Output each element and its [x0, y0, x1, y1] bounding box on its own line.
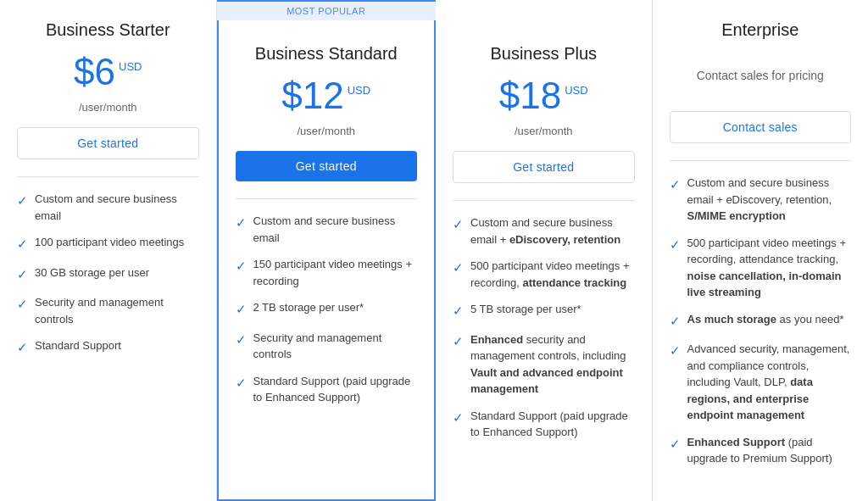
feature-item: ✓ Custom and secure business email: [17, 191, 199, 224]
check-icon: ✓: [453, 302, 464, 321]
cta-button-plus[interactable]: Get started: [453, 151, 635, 183]
feature-text: 500 participant video meetings + recordi…: [687, 235, 852, 301]
price-row-plus: $18 USD: [453, 77, 635, 121]
price-amount-standard: $12: [281, 77, 343, 114]
feature-item: ✓ Standard Support: [17, 337, 199, 358]
feature-text: 500 participant video meetings + recordi…: [470, 258, 635, 291]
plan-name-starter: Business Starter: [17, 20, 199, 40]
feature-text: Advanced security, management, and compl…: [687, 341, 852, 424]
most-popular-banner: MOST POPULAR: [217, 0, 437, 20]
check-icon: ✓: [236, 300, 247, 320]
feature-item: ✓ Enhanced Support (paid upgrade to Prem…: [670, 434, 852, 467]
price-amount-plus: $18: [499, 77, 561, 114]
check-icon: ✓: [17, 235, 28, 254]
feature-item: ✓ 500 participant video meetings + recor…: [670, 235, 852, 301]
feature-item: ✓ 5 TB storage per user*: [453, 301, 635, 321]
feature-text: Custom and secure business email: [253, 213, 418, 246]
check-icon: ✓: [236, 331, 247, 350]
feature-item: ✓ Security and management controls: [17, 294, 199, 327]
price-amount-starter: $6: [74, 53, 115, 91]
price-currency-plus: USD: [565, 84, 587, 97]
feature-text: 5 TB storage per user*: [470, 301, 581, 318]
plan-name-standard: Business Standard: [236, 44, 418, 64]
check-icon: ✓: [453, 409, 464, 428]
cta-button-standard[interactable]: Get started: [236, 151, 418, 181]
feature-text: 30 GB storage per user: [35, 264, 149, 281]
feature-item: ✓ 30 GB storage per user: [17, 264, 199, 285]
check-icon: ✓: [670, 435, 681, 454]
plan-col-starter: Business Starter $6 USD /user/monthGet s…: [0, 0, 217, 501]
divider-plus: [453, 200, 635, 201]
feature-text: Security and management controls: [35, 294, 199, 327]
price-row-standard: $12 USD: [236, 77, 418, 121]
check-icon: ✓: [236, 374, 247, 393]
feature-text: 2 TB storage per user*: [253, 299, 364, 316]
feature-item: ✓ Custom and secure business email: [236, 213, 418, 246]
divider-starter: [17, 176, 199, 177]
plan-col-enterprise: EnterpriseContact sales for pricingConta…: [653, 0, 869, 501]
check-icon: ✓: [670, 342, 681, 361]
feature-item: ✓ 500 participant video meetings + recor…: [453, 258, 635, 291]
feature-item: ✓ 100 participant video meetings: [17, 234, 199, 254]
price-period-starter: /user/month: [17, 101, 199, 114]
feature-list-starter: ✓ Custom and secure business email ✓ 100…: [17, 191, 199, 481]
pricing-table: Business Starter $6 USD /user/monthGet s…: [0, 0, 868, 501]
feature-list-standard: ✓ Custom and secure business email ✓ 150…: [236, 213, 418, 479]
price-period-standard: /user/month: [236, 125, 418, 137]
feature-item: ✓ Enhanced security and management contr…: [453, 331, 635, 398]
feature-text: Enhanced Support (paid upgrade to Premiu…: [687, 434, 852, 467]
check-icon: ✓: [670, 175, 681, 195]
feature-text: Custom and secure business email + eDisc…: [687, 175, 852, 225]
check-icon: ✓: [17, 192, 28, 211]
feature-item: ✓ Advanced security, management, and com…: [670, 341, 852, 424]
feature-item: ✓ 150 participant video meetings + recor…: [236, 256, 418, 289]
cta-button-starter[interactable]: Get started: [17, 127, 199, 159]
feature-list-plus: ✓ Custom and secure business email + eDi…: [453, 214, 635, 481]
price-period-plus: /user/month: [453, 125, 635, 137]
feature-item: ✓ Custom and secure business email + eDi…: [670, 175, 852, 225]
check-icon: ✓: [670, 312, 681, 331]
feature-text: Custom and secure business email + eDisc…: [470, 214, 635, 248]
plan-col-standard: MOST POPULARBusiness Standard $12 USD /u…: [217, 0, 437, 501]
price-currency-starter: USD: [119, 60, 142, 73]
feature-text: Custom and secure business email: [35, 191, 199, 224]
feature-item: ✓ Standard Support (paid upgrade to Enha…: [453, 408, 635, 441]
cta-button-enterprise[interactable]: Contact sales: [670, 111, 852, 143]
feature-list-enterprise: ✓ Custom and secure business email + eDi…: [670, 175, 852, 481]
check-icon: ✓: [17, 295, 28, 315]
feature-text: 150 participant video meetings + recordi…: [253, 256, 418, 289]
plan-col-plus: Business Plus $18 USD /user/monthGet sta…: [436, 0, 653, 501]
check-icon: ✓: [670, 236, 681, 255]
check-icon: ✓: [236, 257, 247, 276]
feature-item: ✓ Custom and secure business email + eDi…: [453, 214, 635, 248]
feature-item: ✓ Security and management controls: [236, 330, 418, 363]
feature-text: 100 participant video meetings: [35, 234, 184, 251]
feature-text: Standard Support (paid upgrade to Enhanc…: [470, 408, 635, 441]
divider-enterprise: [670, 160, 852, 161]
contact-pricing: Contact sales for pricing: [670, 53, 852, 97]
feature-item: ✓ Standard Support (paid upgrade to Enha…: [236, 373, 418, 406]
feature-text: Security and management controls: [253, 330, 418, 363]
price-row-starter: $6 USD: [17, 53, 199, 97]
check-icon: ✓: [453, 215, 464, 235]
price-currency-standard: USD: [348, 84, 370, 97]
check-icon: ✓: [17, 338, 28, 358]
feature-item: ✓ As much storage as you need*: [670, 311, 852, 331]
check-icon: ✓: [17, 265, 28, 285]
check-icon: ✓: [453, 332, 464, 352]
plan-name-enterprise: Enterprise: [670, 20, 852, 40]
feature-text: As much storage as you need*: [687, 311, 844, 328]
check-icon: ✓: [236, 214, 247, 233]
check-icon: ✓: [453, 259, 464, 278]
feature-text: Standard Support (paid upgrade to Enhanc…: [253, 373, 418, 406]
feature-text: Standard Support: [35, 337, 121, 354]
feature-text: Enhanced security and management control…: [470, 331, 635, 398]
feature-item: ✓ 2 TB storage per user*: [236, 299, 418, 320]
divider-standard: [236, 198, 418, 199]
plan-name-plus: Business Plus: [453, 44, 635, 64]
